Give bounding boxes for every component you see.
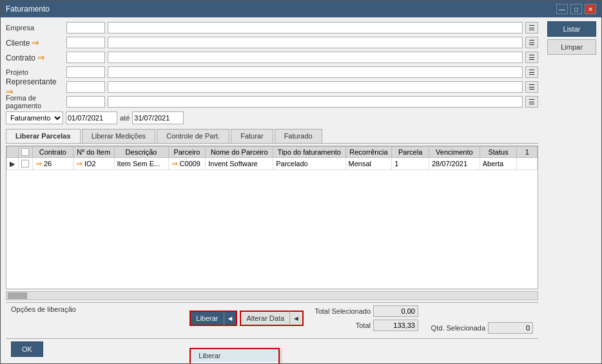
total-row: Total 133,33 (306, 320, 418, 331)
title-bar: Faturamento — □ ✕ (1, 1, 601, 17)
contrato-row: Contrato ⇒ ☰ (6, 51, 538, 64)
contrato-label: Contrato ⇒ (6, 52, 64, 62)
liberar-button[interactable]: Liberar (189, 311, 224, 326)
date-to-input[interactable] (132, 111, 184, 124)
table-row: ▶ ⇒ 26 ⇒ IO2 Item Sem E... ⇒ C0009 (7, 158, 538, 170)
data-table: Contrato Nº do Item Descrição Parceiro N… (6, 146, 538, 170)
minimize-button[interactable]: — (556, 4, 568, 14)
representante-row: Representante ⇒ ☰ (6, 81, 538, 93)
limpar-button[interactable]: Limpar (547, 39, 596, 55)
empresa-input-2[interactable] (108, 22, 523, 34)
representante-menu-btn[interactable]: ☰ (525, 81, 538, 93)
qtd-selecionada-value: 0 (488, 322, 533, 334)
th-nome-parceiro: Nome do Parceiro (206, 147, 273, 158)
left-panel: Empresa ☰ Cliente ⇒ ☰ Contrato ⇒ (1, 17, 543, 363)
total-selecionado-row: Total Selecionado 0,00 (306, 305, 418, 317)
close-button[interactable]: ✕ (585, 4, 596, 14)
ate-label: até (120, 114, 130, 122)
th-no-item: Nº do Item (73, 147, 114, 158)
forma-pagamento-menu-btn[interactable]: ☰ (525, 96, 538, 108)
right-panel: Listar Limpar (543, 17, 601, 363)
main-window: Faturamento — □ ✕ Empresa ☰ Cliente ⇒ (0, 0, 602, 364)
liberar-dropdown-menu: Liberar Liberar agrupamento (189, 348, 280, 363)
th-parcela: Parcela (392, 147, 429, 158)
forma-pagamento-input-1[interactable] (66, 96, 105, 108)
th-tipo-faturamento: Tipo do faturamento (273, 147, 345, 158)
th-vencimento: Vencimento (429, 147, 480, 158)
row-extra (517, 158, 538, 170)
row-no-item: ⇒ IO2 (73, 158, 114, 170)
horizontal-scrollbar[interactable] (6, 291, 538, 300)
main-content: Empresa ☰ Cliente ⇒ ☰ Contrato ⇒ (1, 17, 601, 363)
window-controls: — □ ✕ (556, 4, 596, 14)
tab-controle-part[interactable]: Controle de Part. (157, 129, 229, 143)
summary-panel: Total Selecionado 0,00 Total 133,33 (306, 305, 418, 331)
periodo-select[interactable]: Faturamento (6, 111, 63, 124)
row-tipo-faturamento: Parcelado (273, 158, 345, 170)
date-row: Faturamento até (6, 111, 538, 124)
contrato-arrow-icon: ⇒ (37, 52, 45, 62)
representante-input-1[interactable] (66, 81, 105, 93)
tab-faturar[interactable]: Faturar (231, 129, 273, 143)
dropdown-item-liberar-agrupamento[interactable]: Liberar agrupamento (191, 362, 278, 363)
th-checkbox (18, 147, 32, 158)
options-section: Opções de liberação Liberar ◄ Alterar Da… (6, 302, 538, 336)
data-table-container: Contrato Nº do Item Descrição Parceiro N… (6, 146, 538, 289)
liberar-group: Liberar ◄ (189, 311, 237, 326)
liberar-dropdown-arrow[interactable]: ◄ (224, 311, 238, 326)
ok-button[interactable]: OK (11, 341, 43, 357)
contrato-menu-btn[interactable]: ☰ (525, 52, 538, 63)
cliente-menu-btn[interactable]: ☰ (525, 37, 538, 48)
contrato-arrow-icon[interactable]: ⇒ (35, 159, 42, 168)
alterar-data-button[interactable]: Alterar Data (240, 311, 290, 326)
row-vencimento: 28/07/2021 (429, 158, 480, 170)
th-extra: 1 (517, 147, 538, 158)
projeto-row: Projeto ☰ (6, 66, 538, 79)
dropdown-item-liberar[interactable]: Liberar (191, 349, 278, 362)
noitem-arrow-icon[interactable]: ⇒ (76, 159, 83, 168)
forma-pagamento-input-2[interactable] (108, 96, 523, 108)
cliente-label: Cliente ⇒ (6, 37, 64, 48)
tab-liberar-medicoes[interactable]: Liberar Medições (82, 129, 155, 143)
projeto-menu-btn[interactable]: ☰ (525, 66, 538, 78)
row-checkbox-cell[interactable] (18, 158, 32, 170)
tab-faturado[interactable]: Faturado (275, 129, 322, 143)
row-parceiro: ⇒ C0009 (168, 158, 206, 170)
listar-button[interactable]: Listar (547, 21, 596, 37)
representante-input-2[interactable] (108, 81, 523, 93)
th-recorrencia: Recorrência (345, 147, 392, 158)
row-pointer: ▶ (7, 158, 19, 170)
th-status: Status (480, 147, 517, 158)
parceiro-arrow-icon[interactable]: ⇒ (171, 159, 178, 168)
projeto-input-2[interactable] (108, 66, 523, 78)
qtd-selecionada-label: Qtd. Selecionada (421, 324, 485, 332)
contrato-input-2[interactable] (108, 52, 523, 63)
th-pointer (7, 147, 19, 158)
projeto-label: Projeto (6, 68, 64, 76)
opcoes-label: Opções de liberação (11, 305, 76, 313)
row-status: Aberta (480, 158, 517, 170)
date-from-input[interactable] (66, 111, 117, 124)
row-recorrencia: Mensal (345, 158, 392, 170)
projeto-input-1[interactable] (66, 66, 105, 78)
cliente-input-2[interactable] (108, 37, 523, 48)
maximize-button[interactable]: □ (570, 4, 582, 14)
empresa-menu-btn[interactable]: ☰ (525, 22, 538, 34)
tabs-bar: Liberar Parcelas Liberar Medições Contro… (6, 129, 538, 144)
alterar-dropdown-arrow[interactable]: ◄ (290, 311, 304, 326)
row-descricao: Item Sem E... (114, 158, 168, 170)
cliente-input-1[interactable] (66, 37, 105, 48)
alterar-group: Alterar Data ◄ (240, 311, 304, 326)
row-parcela: 1 (392, 158, 429, 170)
empresa-input-1[interactable] (66, 22, 105, 34)
scrollbar-thumb (8, 292, 27, 299)
empresa-row: Empresa ☰ (6, 21, 538, 34)
total-selecionado-label: Total Selecionado (306, 307, 371, 315)
contrato-input-1[interactable] (66, 52, 105, 63)
tab-liberar-parcelas[interactable]: Liberar Parcelas (6, 129, 81, 143)
empresa-label: Empresa (6, 24, 64, 32)
forma-pagamento-label: Forma de pagamento (6, 94, 64, 110)
qtd-panel: Qtd. Selecionada 0 (421, 322, 533, 334)
row-contrato: ⇒ 26 (32, 158, 73, 170)
cliente-row: Cliente ⇒ ☰ (6, 36, 538, 49)
